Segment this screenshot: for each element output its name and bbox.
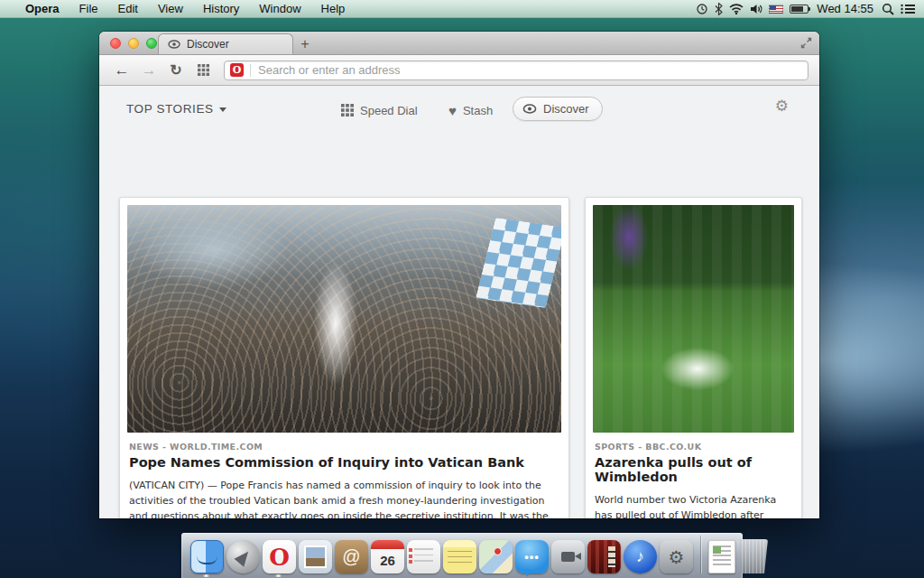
heart-icon: ♥: [448, 103, 457, 118]
stash-label: Stash: [463, 104, 493, 117]
battery-icon[interactable]: [790, 5, 808, 14]
document-icon[interactable]: [708, 540, 735, 573]
menu-item-help[interactable]: Help: [311, 2, 356, 15]
system-preferences-icon[interactable]: ⚙: [660, 540, 693, 573]
close-window-button[interactable]: [110, 38, 121, 49]
menu-bar-left: Opera File Edit View History Window Help: [0, 2, 355, 15]
discover-header: TOP STORIES Speed Dial ♥ Stash Discover …: [99, 86, 819, 138]
menu-bar: Opera File Edit View History Window Help…: [0, 0, 924, 18]
dock-divider: [700, 536, 701, 573]
new-tab-button[interactable]: +: [293, 33, 317, 54]
finder-icon[interactable]: [190, 540, 224, 573]
itunes-icon[interactable]: ♪: [624, 540, 657, 573]
volume-icon[interactable]: [750, 4, 762, 14]
card-body: World number two Victoria Azarenka has p…: [595, 492, 792, 518]
speed-dial-label: Speed Dial: [360, 104, 418, 117]
wifi-icon[interactable]: [729, 4, 744, 14]
window-controls: [110, 38, 157, 49]
menu-item-file[interactable]: File: [69, 2, 108, 15]
fullscreen-icon[interactable]: [800, 37, 812, 49]
rocket-glyph: [234, 547, 253, 566]
opera-window: Discover + ← → ↻ O TOP STORIES: [99, 32, 819, 518]
time-machine-icon[interactable]: [696, 3, 708, 15]
zoom-window-button[interactable]: [146, 38, 157, 49]
news-card-azarenka[interactable]: SPORTS - BBC.CO.UK Azarenka pulls out of…: [585, 197, 802, 518]
back-button[interactable]: ←: [110, 62, 134, 78]
pope-crowd-photo: [127, 205, 561, 433]
tab-bar: Discover +: [99, 32, 819, 55]
reload-button[interactable]: ↻: [164, 63, 188, 78]
category-dropdown[interactable]: TOP STORIES: [126, 102, 226, 116]
bavarian-flag-graphic: [476, 218, 561, 308]
discover-label: Discover: [543, 102, 589, 116]
address-input[interactable]: [258, 63, 802, 77]
opera-running-indicator: [275, 574, 282, 577]
finder-running-indicator: [203, 574, 209, 577]
card-source: NEWS - WORLD.TIME.COM: [129, 442, 559, 452]
opera-badge-icon: O: [230, 63, 244, 77]
maps-icon[interactable]: [479, 540, 513, 573]
speed-dial-grid-icon[interactable]: [191, 64, 215, 76]
eye-icon: [168, 40, 180, 49]
menu-item-history[interactable]: History: [193, 2, 249, 15]
reminder-lines: [414, 548, 433, 565]
gear-icon[interactable]: ⚙: [775, 97, 789, 116]
category-label: TOP STORIES: [126, 102, 214, 116]
azarenka-tennis-photo: [593, 205, 794, 433]
forward-button[interactable]: →: [137, 62, 161, 78]
calendar-day: 26: [380, 553, 395, 568]
card-body: (VATICAN CITY) — Pope Francis has named …: [129, 478, 559, 518]
reminders-icon[interactable]: [407, 540, 440, 573]
launchpad-icon[interactable]: [226, 540, 260, 573]
browser-toolbar: ← → ↻ O: [99, 55, 819, 86]
dock-icons: O @ 26 ••• ♪ ⚙: [190, 536, 768, 573]
news-card-pope[interactable]: NEWS - WORLD.TIME.COM Pope Names Commiss…: [119, 197, 569, 518]
address-divider: [250, 64, 251, 77]
eye-icon: [522, 104, 537, 114]
contacts-icon[interactable]: @: [335, 540, 368, 573]
tab-discover[interactable]: Discover: [158, 33, 293, 54]
dock: O @ 26 ••• ♪ ⚙: [181, 533, 743, 578]
camera-glyph: [561, 552, 575, 562]
menu-bar-clock[interactable]: Wed 14:55: [815, 2, 875, 15]
notes-icon[interactable]: [443, 540, 476, 573]
chevron-down-icon: [219, 107, 226, 112]
grid-icon: [341, 104, 354, 117]
desktop-wallpaper: Opera File Edit View History Window Help…: [0, 0, 924, 578]
menu-item-window[interactable]: Window: [249, 2, 310, 15]
speed-dial-button[interactable]: Speed Dial: [341, 98, 418, 122]
calendar-icon[interactable]: 26: [371, 540, 404, 573]
tab-title: Discover: [187, 38, 229, 51]
discover-button-active[interactable]: Discover: [513, 97, 603, 121]
minimize-window-button[interactable]: [128, 38, 139, 49]
address-bar[interactable]: O: [224, 61, 808, 80]
menu-bar-status-area: Wed 14:55: [696, 2, 924, 15]
trash-icon[interactable]: [738, 539, 768, 573]
card-headline[interactable]: Pope Names Commission of Inquiry into Va…: [129, 455, 559, 470]
bluetooth-icon[interactable]: [715, 3, 723, 15]
menu-item-edit[interactable]: Edit: [108, 2, 148, 15]
us-flag-icon[interactable]: [769, 5, 783, 14]
spotlight-icon[interactable]: [882, 3, 894, 15]
menu-item-view[interactable]: View: [148, 2, 193, 15]
card-headline[interactable]: Azarenka pulls out of Wimbledon: [595, 455, 792, 484]
photo-booth-icon[interactable]: [587, 540, 621, 573]
notification-center-icon[interactable]: [901, 4, 915, 14]
mail-icon[interactable]: [299, 540, 332, 573]
card-source: SPORTS - BBC.CO.UK: [595, 442, 792, 452]
menu-item-opera[interactable]: Opera: [23, 2, 69, 15]
opera-dock-icon[interactable]: O: [263, 540, 296, 573]
discover-page: TOP STORIES Speed Dial ♥ Stash Discover …: [99, 86, 819, 518]
facetime-icon[interactable]: [551, 540, 585, 573]
stash-button[interactable]: ♥ Stash: [448, 98, 493, 122]
messages-icon[interactable]: •••: [515, 540, 549, 573]
